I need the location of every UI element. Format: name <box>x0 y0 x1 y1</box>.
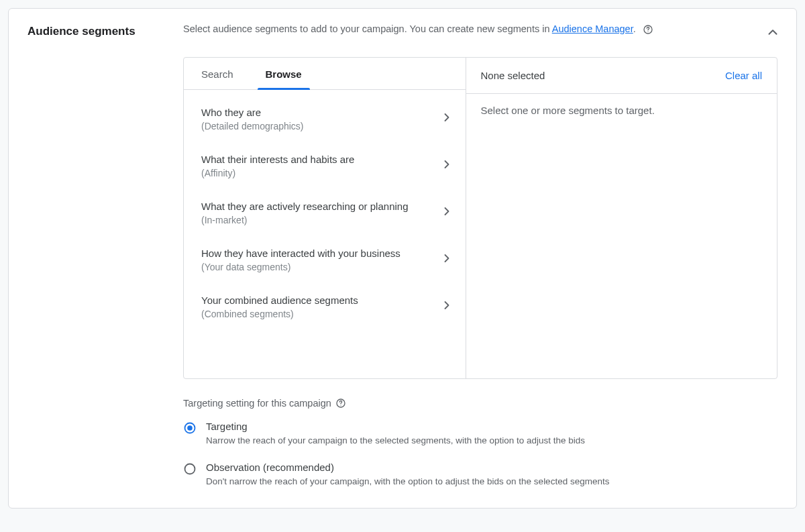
svg-point-1 <box>647 32 648 32</box>
intro-post: . <box>633 23 636 34</box>
svg-point-5 <box>187 425 193 431</box>
clear-all-button[interactable]: Clear all <box>725 70 762 81</box>
category-list: Who they are (Detailed demographics) Wha… <box>184 90 466 335</box>
intro-text: Select audience segments to add to your … <box>183 22 777 36</box>
selected-count: None selected <box>481 70 545 81</box>
category-title: Your combined audience segments <box>201 294 432 307</box>
targeting-settings: Targeting setting for this campaign Targ… <box>183 398 777 488</box>
category-subtitle: (Affinity) <box>201 168 432 178</box>
chevron-right-icon <box>440 205 453 221</box>
category-subtitle: (Combined segments) <box>201 309 432 319</box>
category-title: What their interests and habits are <box>201 153 432 166</box>
chevron-right-icon <box>440 111 453 127</box>
category-title: What they are actively researching or pl… <box>201 200 432 213</box>
help-icon[interactable] <box>643 24 653 35</box>
radio-option-observation[interactable]: Observation (recommended) Don't narrow t… <box>183 462 777 488</box>
radio-icon-unselected <box>183 462 197 476</box>
category-combined[interactable]: Your combined audience segments (Combine… <box>184 283 466 330</box>
category-your-data[interactable]: How they have interacted with your busin… <box>184 236 466 283</box>
category-title: Who they are <box>201 106 432 119</box>
radio-title: Observation (recommended) <box>206 462 777 473</box>
section-title: Audience segments <box>28 22 183 38</box>
chevron-right-icon <box>440 158 453 174</box>
radio-desc: Narrow the reach of your campaign to the… <box>206 435 777 447</box>
help-icon[interactable] <box>335 398 346 409</box>
segment-picker: Search Browse Who they are (Detailed dem… <box>183 57 777 379</box>
audience-manager-link[interactable]: Audience Manager <box>552 23 633 34</box>
radio-title: Targeting <box>206 421 777 432</box>
category-in-market[interactable]: What they are actively researching or pl… <box>184 189 466 236</box>
selection-placeholder: Select one or more segments to target. <box>481 105 763 116</box>
radio-desc: Don't narrow the reach of your campaign,… <box>206 476 777 488</box>
category-affinity[interactable]: What their interests and habits are (Aff… <box>184 142 466 189</box>
category-title: How they have interacted with your busin… <box>201 247 432 260</box>
collapse-button[interactable] <box>765 25 780 42</box>
tabs: Search Browse <box>184 58 466 90</box>
category-subtitle: (Your data segments) <box>201 262 432 272</box>
svg-point-6 <box>185 464 195 474</box>
chevron-right-icon <box>440 252 453 268</box>
category-detailed-demographics[interactable]: Who they are (Detailed demographics) <box>184 95 466 142</box>
tab-browse[interactable]: Browse <box>250 58 318 89</box>
chevron-right-icon <box>440 299 453 315</box>
radio-icon-selected <box>183 421 197 435</box>
intro-pre: Select audience segments to add to your … <box>183 23 552 34</box>
category-subtitle: (Detailed demographics) <box>201 121 432 131</box>
svg-point-3 <box>340 405 341 405</box>
audience-segments-card: Audience segments Select audience segmen… <box>8 8 797 509</box>
radio-option-targeting[interactable]: Targeting Narrow the reach of your campa… <box>183 421 777 447</box>
targeting-label: Targeting setting for this campaign <box>183 398 331 409</box>
tab-search[interactable]: Search <box>185 58 250 89</box>
category-subtitle: (In-market) <box>201 215 432 225</box>
